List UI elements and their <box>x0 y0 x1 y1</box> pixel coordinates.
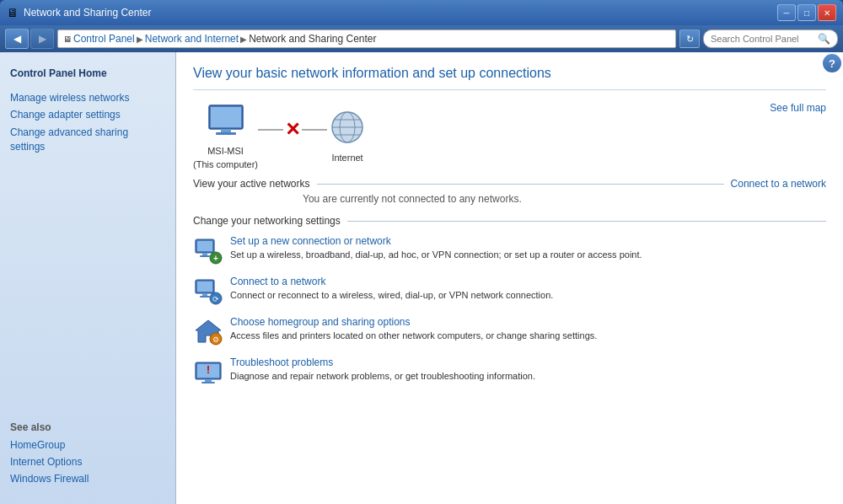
active-networks-section: View your active networks Connect to a n… <box>193 178 826 205</box>
internet-label: Internet <box>331 153 362 163</box>
refresh-button[interactable]: ↻ <box>679 29 700 48</box>
homegroup-desc: Access files and printers located on oth… <box>230 330 597 340</box>
setup-connection-desc: Set up a wireless, broadband, dial-up, a… <box>230 249 642 260</box>
forward-button[interactable]: ▶ <box>30 29 54 49</box>
svg-rect-18 <box>200 296 210 298</box>
search-box: 🔍 <box>703 29 838 48</box>
troubleshoot-link[interactable]: Troubleshoot problems <box>230 357 535 368</box>
action-homegroup: ⚙ Choose homegroup and sharing options A… <box>193 316 826 346</box>
search-icon[interactable]: 🔍 <box>818 33 830 45</box>
connect-network-desc: Connect or reconnect to a wireless, wire… <box>230 290 553 300</box>
networking-settings: Change your networking settings + <box>193 215 826 387</box>
computer-sublabel: (This computer) <box>193 159 258 169</box>
sidebar-internet-options[interactable]: Internet Options <box>0 453 175 470</box>
computer-label: MSI-MSI <box>207 146 244 156</box>
connect-network-link[interactable]: Connect to a network <box>230 276 553 287</box>
sidebar-see-also-label: See also <box>0 416 175 437</box>
sidebar-windows-firewall[interactable]: Windows Firewall <box>0 470 175 487</box>
not-connected-text: You are currently not connected to any n… <box>303 193 826 205</box>
action-setup-text: Set up a new connection or network Set u… <box>230 235 642 260</box>
breadcrumb-icon: 🖥 <box>63 35 72 44</box>
action-connect-text: Connect to a network Connect or reconnec… <box>230 276 553 301</box>
breadcrumb-current: Network and Sharing Center <box>249 33 376 45</box>
help-button[interactable]: ? <box>823 54 841 72</box>
content-area: ? View your basic network information an… <box>176 52 843 504</box>
close-button[interactable]: ✕ <box>818 4 836 21</box>
svg-rect-3 <box>216 132 236 135</box>
action-setup-connection: + Set up a new connection or network Set… <box>193 235 826 265</box>
svg-text:⟳: ⟳ <box>212 295 219 303</box>
connect-network-icon: ⟳ <box>193 276 223 306</box>
content-header: View your basic network information and … <box>193 66 826 90</box>
svg-rect-17 <box>202 293 207 296</box>
internet-node: Internet <box>327 109 368 163</box>
title-bar-left: 🖥 Network and Sharing Center <box>7 6 151 19</box>
back-button[interactable]: ◀ <box>5 29 29 49</box>
svg-rect-10 <box>197 241 212 251</box>
change-settings-label: Change your networking settings <box>193 215 341 227</box>
svg-rect-11 <box>202 253 207 255</box>
svg-rect-26 <box>205 379 212 382</box>
breadcrumb-sep-1: ▶ <box>137 35 143 44</box>
breadcrumb-network-internet[interactable]: Network and Internet <box>145 33 239 45</box>
breadcrumb-sep-2: ▶ <box>240 35 247 44</box>
sidebar: Control Panel Home Manage wireless netwo… <box>0 52 176 504</box>
homegroup-link[interactable]: Choose homegroup and sharing options <box>230 316 597 328</box>
maximize-button[interactable]: □ <box>797 4 816 21</box>
window-title: Network and Sharing Center <box>24 7 151 19</box>
troubleshoot-icon: ! <box>193 357 223 387</box>
svg-rect-12 <box>200 255 210 257</box>
svg-rect-27 <box>201 382 215 383</box>
internet-icon <box>327 109 368 149</box>
setup-connection-link[interactable]: Set up a new connection or network <box>230 235 642 247</box>
action-homegroup-text: Choose homegroup and sharing options Acc… <box>230 316 597 341</box>
svg-rect-16 <box>197 281 212 292</box>
homegroup-icon: ⚙ <box>193 316 223 346</box>
svg-rect-1 <box>211 107 241 127</box>
breadcrumb-control-panel[interactable]: Control Panel <box>73 33 135 45</box>
computer-node: MSI-MSI (This computer) <box>193 102 258 169</box>
svg-text:+: + <box>213 254 218 263</box>
troubleshoot-desc: Diagnose and repair network problems, or… <box>230 371 535 381</box>
action-connect-network: ⟳ Connect to a network Connect or reconn… <box>193 276 826 306</box>
main-window: Control Panel Home Manage wireless netwo… <box>0 52 843 504</box>
connection-x-icon: ✕ <box>285 121 300 139</box>
address-bar: ◀ ▶ 🖥 Control Panel ▶ Network and Intern… <box>0 25 843 52</box>
search-input[interactable] <box>711 34 814 44</box>
connect-to-network-link[interactable]: Connect to a network <box>731 178 826 190</box>
breadcrumb-bar: 🖥 Control Panel ▶ Network and Internet ▶… <box>57 29 676 48</box>
sidebar-change-sharing[interactable]: Change advanced sharingsettings <box>0 123 175 157</box>
window-icon: 🖥 <box>7 6 19 19</box>
sidebar-homegroup[interactable]: HomeGroup <box>0 437 175 453</box>
svg-text:!: ! <box>207 364 210 376</box>
action-troubleshoot-text: Troubleshoot problems Diagnose and repai… <box>230 357 535 382</box>
svg-text:⚙: ⚙ <box>212 335 219 344</box>
title-bar: 🖥 Network and Sharing Center ─ □ ✕ <box>0 0 843 25</box>
sidebar-change-adapter[interactable]: Change adapter settings <box>0 106 175 123</box>
see-full-map-link[interactable]: See full map <box>770 102 826 114</box>
svg-rect-2 <box>221 129 231 132</box>
nav-buttons: ◀ ▶ <box>5 29 54 49</box>
computer-icon <box>206 102 246 142</box>
minimize-button[interactable]: ─ <box>777 4 796 21</box>
setup-connection-icon: + <box>193 235 223 265</box>
title-bar-buttons: ─ □ ✕ <box>777 4 836 21</box>
active-networks-label: View your active networks <box>193 178 310 190</box>
action-troubleshoot: ! Troubleshoot problems Diagnose and rep… <box>193 357 826 387</box>
sidebar-home[interactable]: Control Panel Home <box>0 62 175 83</box>
sidebar-manage-wireless[interactable]: Manage wireless networks <box>0 89 175 106</box>
